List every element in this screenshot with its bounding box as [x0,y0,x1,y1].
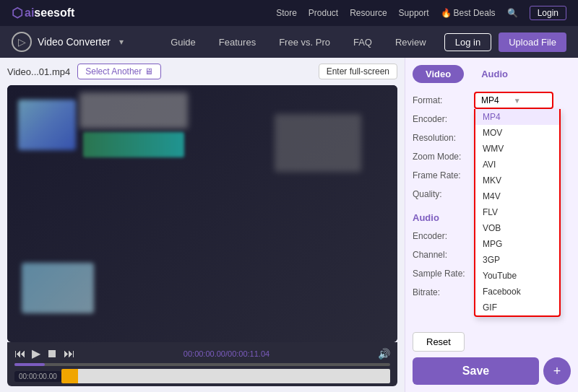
timeline-label: 00:00:00.00 [14,371,61,382]
top-nav-links: Store Product Resource Support 🔥 Best De… [276,6,566,20]
login-button-sub[interactable]: Log in [444,33,491,51]
playback-controls: ⏮ ▶ ⏹ ⏭ [14,347,75,360]
logo: ⬡ aiseesoft [12,5,74,21]
dropdown-item-avi[interactable]: AVI [475,157,559,173]
dropdown-item-wmv[interactable]: WMV [475,141,559,157]
brand-dropdown-arrow[interactable]: ▾ [119,37,124,47]
dropdown-item-gif[interactable]: GIF [475,300,559,315]
sub-nav-links: Guide Features Free vs. Pro FAQ Review [152,37,444,48]
video-content-block-3 [83,132,184,157]
right-panel: Video Audio Format: MP4 ▼ MP4 MOV WMV [405,58,578,392]
dropdown-item-vob[interactable]: VOB [475,220,559,236]
audio-header-label: Audio [413,212,474,223]
top-nav-resource[interactable]: Resource [350,8,387,18]
video-background [7,85,397,342]
sub-nav-actions: Log in Upload File [444,32,566,52]
save-button[interactable]: Save [413,357,539,385]
dropdown-item-3gp[interactable]: 3GP [475,252,559,268]
video-controls: ⏮ ▶ ⏹ ⏭ 00:00:00.00/00:00:11.04 🔊 00:00:… [7,342,397,386]
progress-bar-fill [14,363,45,366]
monitor-icon: 🖥 [144,66,153,77]
select-another-button[interactable]: Select Another 🖥 [77,64,161,79]
subnav-faq[interactable]: FAQ [353,37,372,48]
settings-area: Format: MP4 ▼ MP4 MOV WMV AVI MKV M4V F [413,92,571,301]
fast-forward-button[interactable]: ⏭ [64,347,75,360]
top-nav-support[interactable]: Support [399,8,429,18]
select-another-label: Select Another [85,66,142,77]
encoder-label: Encoder: [413,114,474,124]
channel-label: Channel: [413,250,474,260]
dropdown-item-m4v[interactable]: M4V [475,188,559,204]
video-preview [7,85,397,342]
video-content-block-4 [275,114,361,172]
subnav-free-pro[interactable]: Free vs. Pro [279,37,330,48]
format-label: Format: [413,95,474,105]
controls-top-row: ⏮ ▶ ⏹ ⏭ 00:00:00.00/00:00:11.04 🔊 [14,347,390,360]
save-plus-button[interactable]: + [543,357,571,385]
sample-rate-label: Sample Rate: [413,269,474,279]
subnav-guide[interactable]: Guide [171,37,196,48]
quality-label: Quality: [413,189,474,199]
file-name: Video...01.mp4 [7,66,70,77]
sub-navigation: ▷ Video Converter ▾ Guide Features Free … [0,26,578,58]
dropdown-item-youtube[interactable]: YouTube [475,268,559,284]
format-selected-value: MP4 [481,95,499,105]
volume-icon[interactable]: 🔊 [378,348,390,360]
left-panel: Video...01.mp4 Select Another 🖥 Enter fu… [0,58,405,392]
fire-icon: 🔥 [441,8,452,18]
bitrate-label: Bitrate: [413,287,474,297]
main-content: Video...01.mp4 Select Another 🖥 Enter fu… [0,58,578,392]
tab-video[interactable]: Video [413,65,464,83]
brand-icon: ▷ [12,32,32,52]
dropdown-item-flv[interactable]: FLV [475,204,559,220]
resolution-label: Resolution: [413,133,474,143]
dropdown-item-facebook[interactable]: Facebook [475,284,559,300]
save-row: Save + [413,357,571,385]
time-display: 00:00:00.00/00:00:11.04 [184,349,269,358]
stop-button[interactable]: ⏹ [46,347,58,360]
login-button-top[interactable]: Login [530,6,566,20]
play-button[interactable]: ▶ [32,347,40,360]
progress-bar[interactable] [14,363,390,366]
top-navigation: ⬡ aiseesoft Store Product Resource Suppo… [0,0,578,26]
reset-button[interactable]: Reset [413,332,465,352]
file-bar: Video...01.mp4 Select Another 🖥 Enter fu… [7,64,397,79]
subnav-features[interactable]: Features [219,37,256,48]
top-nav-store[interactable]: Store [276,8,297,18]
dropdown-item-mkv[interactable]: MKV [475,173,559,188]
upload-button[interactable]: Upload File [499,32,566,52]
frame-rate-label: Frame Rate: [413,170,474,180]
format-dropdown-container: MP4 ▼ MP4 MOV WMV AVI MKV M4V FLV VOB MP… [474,92,553,109]
timeline-track[interactable] [61,369,390,383]
brand-name: Video Converter [38,36,111,48]
dropdown-item-mp4[interactable]: MP4 [475,109,559,125]
video-content-block-5 [22,263,94,313]
timeline: 00:00:00.00 [14,369,390,383]
logo-text: aiseesoft [25,6,74,19]
rewind-button[interactable]: ⏮ [14,347,26,360]
tab-row: Video Audio [413,65,571,83]
enter-fullscreen-button[interactable]: Enter full-screen [319,64,397,79]
subnav-review[interactable]: Review [395,37,426,48]
audio-encoder-label: Encoder: [413,231,474,241]
format-dropdown-menu: MP4 MOV WMV AVI MKV M4V FLV VOB MPG 3GP … [474,109,561,317]
search-icon[interactable]: 🔍 [507,8,518,18]
brand-section: ▷ Video Converter ▾ [12,32,124,52]
video-content-block-1 [18,100,76,150]
top-nav-product[interactable]: Product [309,8,338,18]
top-nav-best-deals[interactable]: 🔥 Best Deals [441,8,496,18]
zoom-mode-label: Zoom Mode: [413,152,474,162]
tab-audio[interactable]: Audio [468,65,521,83]
format-row: Format: MP4 ▼ MP4 MOV WMV AVI MKV M4V F [413,92,571,109]
video-content-block-2 [79,92,188,129]
format-dropdown-button[interactable]: MP4 ▼ [474,92,553,109]
bottom-actions: Reset Save + [413,332,571,385]
dropdown-item-mov[interactable]: MOV [475,125,559,141]
dropdown-arrow-icon: ▼ [514,97,521,105]
dropdown-item-mpg[interactable]: MPG [475,236,559,252]
logo-icon: ⬡ [12,5,23,21]
